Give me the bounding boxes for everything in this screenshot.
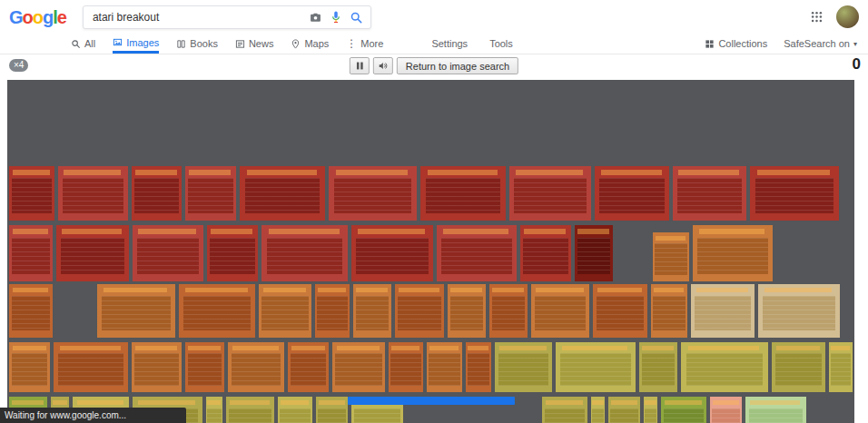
brick: [206, 397, 222, 423]
brick: [681, 342, 768, 392]
return-to-image-search-button[interactable]: Return to image search: [397, 57, 518, 74]
brick: [758, 284, 840, 338]
brick: [97, 284, 175, 338]
tabs: All Images Books News Maps ⋮ More: [71, 34, 400, 54]
brick: [288, 342, 329, 392]
search-tabs-row: All Images Books News Maps ⋮ More: [0, 34, 868, 54]
safesearch-label: SafeSearch on: [784, 38, 850, 49]
image-icon: [113, 37, 123, 47]
browser-status-bar: Waiting for www.google.com...: [0, 408, 186, 423]
brick: [427, 342, 462, 392]
brick: [542, 397, 587, 423]
google-logo[interactable]: Google: [9, 7, 66, 28]
score-counter: 0: [853, 55, 861, 74]
game-controls: Return to image search: [350, 57, 518, 74]
brick: [58, 166, 128, 221]
pause-icon: [356, 62, 362, 70]
map-pin-icon: [291, 39, 301, 49]
news-icon: [235, 39, 245, 49]
brick: [420, 166, 506, 221]
brick: [593, 284, 647, 338]
brick: [9, 342, 50, 392]
tabs-right: Collections SafeSearch on ▾: [705, 34, 857, 54]
brick: [520, 225, 571, 281]
brick: [351, 225, 433, 281]
brick: [54, 342, 128, 392]
search-box: [83, 5, 371, 29]
tab-news[interactable]: News: [235, 34, 274, 54]
apps-grid-icon[interactable]: [810, 10, 824, 24]
tab-maps[interactable]: Maps: [291, 34, 329, 54]
brick: [829, 342, 853, 392]
brick: [437, 225, 517, 281]
tools-link[interactable]: Tools: [489, 38, 513, 49]
tab-books[interactable]: Books: [176, 34, 218, 54]
brick: [261, 225, 348, 281]
brick: [750, 166, 839, 221]
brick: [179, 284, 255, 338]
settings-tools: Settings Tools: [431, 34, 512, 54]
brick: [591, 397, 605, 423]
brick-row: [9, 284, 853, 338]
brick: [9, 166, 54, 221]
settings-link[interactable]: Settings: [431, 38, 468, 49]
brick: [509, 166, 591, 221]
brick: [332, 342, 385, 392]
search-icon[interactable]: [350, 11, 363, 25]
tab-label: Images: [126, 37, 159, 48]
lives-badge: ×4: [9, 59, 28, 72]
game-board[interactable]: [7, 80, 854, 423]
brick: [673, 166, 746, 221]
brick: [56, 225, 129, 281]
header-right: [802, 5, 859, 28]
brick: [133, 225, 203, 281]
brick: [316, 397, 348, 423]
mic-icon[interactable]: [330, 11, 341, 24]
brick: [132, 166, 182, 221]
tab-label: All: [84, 38, 95, 49]
logo-letter: o: [23, 7, 33, 27]
brick-row: [9, 342, 853, 392]
brick: [651, 284, 687, 338]
brick: [448, 284, 486, 338]
speaker-icon: [378, 61, 389, 71]
brick: [489, 284, 528, 338]
brick: [661, 397, 706, 423]
brick: [185, 166, 236, 221]
tab-label: Maps: [304, 38, 329, 49]
logo-letter: o: [33, 7, 43, 27]
sound-button[interactable]: [373, 57, 393, 74]
camera-icon[interactable]: [309, 12, 322, 24]
brick: [259, 284, 311, 338]
status-text: Waiting for www.google.com...: [5, 410, 126, 420]
user-avatar[interactable]: [836, 5, 859, 28]
brick: [639, 342, 677, 392]
brick: [495, 342, 552, 392]
brick: [575, 225, 613, 281]
brick: [9, 284, 53, 338]
tab-more[interactable]: ⋮ More: [346, 34, 383, 54]
brick: [185, 342, 224, 392]
brick-gap: [56, 284, 94, 338]
brick: [608, 397, 640, 423]
chevron-down-icon: ▾: [853, 40, 857, 48]
brick-gap: [616, 225, 649, 281]
tab-images[interactable]: Images: [113, 34, 159, 54]
collections-link[interactable]: Collections: [705, 38, 767, 49]
brick: [693, 225, 773, 281]
logo-letter: e: [57, 7, 66, 27]
brick: [653, 232, 689, 281]
search-input[interactable]: [91, 10, 301, 25]
brick: [240, 166, 325, 221]
collections-icon: [705, 39, 715, 49]
logo-letter: G: [9, 7, 23, 27]
tab-label: More: [360, 38, 383, 49]
paddle[interactable]: [348, 397, 515, 405]
tab-all[interactable]: All: [71, 34, 95, 54]
brick: [556, 342, 636, 392]
pause-button[interactable]: [350, 57, 370, 74]
safesearch-dropdown[interactable]: SafeSearch on ▾: [784, 38, 857, 49]
brick: [226, 397, 274, 423]
brick: [395, 284, 444, 338]
more-vert-icon: ⋮: [346, 37, 357, 50]
